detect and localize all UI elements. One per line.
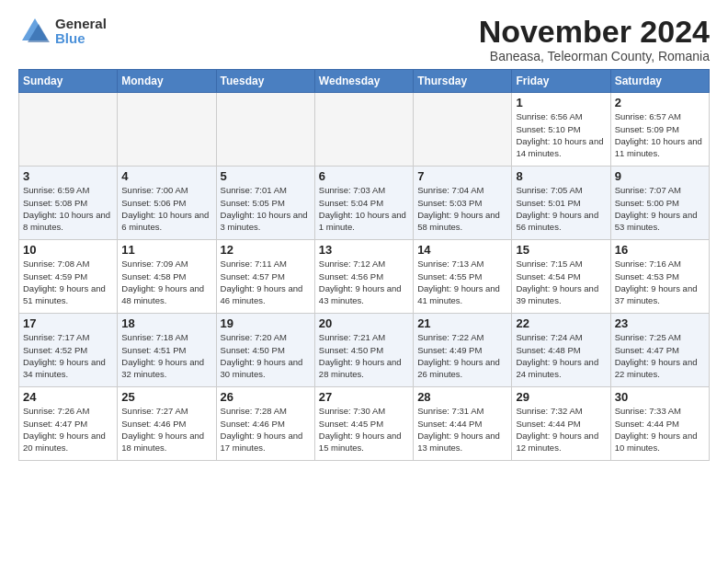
calendar-week-row: 10Sunrise: 7:08 AM Sunset: 4:59 PM Dayli… [19,240,710,314]
day-info: Sunrise: 7:27 AM Sunset: 4:46 PM Dayligh… [121,405,211,454]
day-number: 27 [319,390,409,404]
table-row: 24Sunrise: 7:26 AM Sunset: 4:47 PM Dayli… [19,387,118,461]
logo-general-text: General [55,17,107,32]
col-saturday: Saturday [610,70,709,93]
day-number: 21 [417,316,507,330]
table-row: 6Sunrise: 7:03 AM Sunset: 5:04 PM Daylig… [314,167,413,240]
day-number: 3 [23,169,113,183]
day-number: 13 [319,243,409,257]
day-number: 10 [23,243,113,257]
table-row: 28Sunrise: 7:31 AM Sunset: 4:44 PM Dayli… [414,387,512,461]
day-info: Sunrise: 6:59 AM Sunset: 5:08 PM Dayligh… [23,184,113,233]
day-info: Sunrise: 7:30 AM Sunset: 4:45 PM Dayligh… [319,405,409,454]
month-title: November 2024 [479,15,710,49]
day-number: 15 [516,243,606,257]
table-row: 18Sunrise: 7:18 AM Sunset: 4:51 PM Dayli… [118,314,216,387]
table-row: 17Sunrise: 7:17 AM Sunset: 4:52 PM Dayli… [19,314,118,387]
day-info: Sunrise: 7:20 AM Sunset: 4:50 PM Dayligh… [221,331,311,380]
table-row: 19Sunrise: 7:20 AM Sunset: 4:50 PM Dayli… [216,314,314,387]
day-info: Sunrise: 7:04 AM Sunset: 5:03 PM Dayligh… [417,184,507,233]
table-row: 12Sunrise: 7:11 AM Sunset: 4:57 PM Dayli… [216,240,314,314]
calendar-page: General Blue November 2024 Baneasa, Tele… [0,0,728,470]
logo-text: General Blue [55,17,107,47]
day-info: Sunrise: 7:16 AM Sunset: 4:53 PM Dayligh… [615,258,705,306]
col-sunday: Sunday [19,70,118,93]
day-number: 5 [221,169,311,183]
day-info: Sunrise: 7:31 AM Sunset: 4:44 PM Dayligh… [417,405,507,454]
day-info: Sunrise: 7:08 AM Sunset: 4:59 PM Dayligh… [23,258,113,306]
table-row: 11Sunrise: 7:09 AM Sunset: 4:58 PM Dayli… [118,240,216,314]
table-row: 5Sunrise: 7:01 AM Sunset: 5:05 PM Daylig… [216,167,314,240]
day-info: Sunrise: 7:18 AM Sunset: 4:51 PM Dayligh… [121,331,211,380]
col-wednesday: Wednesday [314,70,413,93]
calendar-week-row: 24Sunrise: 7:26 AM Sunset: 4:47 PM Dayli… [19,387,710,461]
page-header: General Blue November 2024 Baneasa, Tele… [18,15,710,63]
day-number: 6 [319,169,409,183]
day-number: 7 [417,169,507,183]
day-number: 28 [417,390,507,404]
day-info: Sunrise: 7:05 AM Sunset: 5:01 PM Dayligh… [516,184,606,233]
day-number: 17 [23,316,113,330]
calendar-week-row: 3Sunrise: 6:59 AM Sunset: 5:08 PM Daylig… [19,167,710,240]
day-info: Sunrise: 6:56 AM Sunset: 5:10 PM Dayligh… [516,110,606,159]
table-row: 25Sunrise: 7:27 AM Sunset: 4:46 PM Dayli… [118,387,216,461]
day-number: 8 [516,169,606,183]
calendar-week-row: 1Sunrise: 6:56 AM Sunset: 5:10 PM Daylig… [19,93,710,167]
day-number: 19 [221,316,311,330]
table-row: 30Sunrise: 7:33 AM Sunset: 4:44 PM Dayli… [610,387,709,461]
day-info: Sunrise: 7:21 AM Sunset: 4:50 PM Dayligh… [319,331,409,380]
title-block: November 2024 Baneasa, Teleorman County,… [479,15,710,63]
table-row: 21Sunrise: 7:22 AM Sunset: 4:49 PM Dayli… [414,314,512,387]
col-thursday: Thursday [414,70,512,93]
logo-blue-text: Blue [55,31,107,47]
day-number: 23 [615,316,705,330]
day-number: 18 [121,316,211,330]
day-info: Sunrise: 7:33 AM Sunset: 4:44 PM Dayligh… [615,405,705,454]
table-row: 27Sunrise: 7:30 AM Sunset: 4:45 PM Dayli… [314,387,413,461]
table-row [314,93,413,167]
location-subtitle: Baneasa, Teleorman County, Romania [479,49,710,63]
day-number: 24 [23,390,113,404]
day-number: 11 [121,243,211,257]
table-row: 2Sunrise: 6:57 AM Sunset: 5:09 PM Daylig… [610,93,709,167]
day-info: Sunrise: 7:03 AM Sunset: 5:04 PM Dayligh… [319,184,409,233]
table-row: 9Sunrise: 7:07 AM Sunset: 5:00 PM Daylig… [610,167,709,240]
table-row [216,93,314,167]
day-info: Sunrise: 7:15 AM Sunset: 4:54 PM Dayligh… [516,258,606,306]
col-friday: Friday [512,70,610,93]
day-number: 2 [615,96,705,109]
table-row: 22Sunrise: 7:24 AM Sunset: 4:48 PM Dayli… [512,314,610,387]
day-number: 26 [221,390,311,404]
table-row: 8Sunrise: 7:05 AM Sunset: 5:01 PM Daylig… [512,167,610,240]
table-row: 1Sunrise: 6:56 AM Sunset: 5:10 PM Daylig… [512,93,610,167]
table-row: 15Sunrise: 7:15 AM Sunset: 4:54 PM Dayli… [512,240,610,314]
day-info: Sunrise: 6:57 AM Sunset: 5:09 PM Dayligh… [615,110,705,159]
day-number: 12 [221,243,311,257]
day-info: Sunrise: 7:11 AM Sunset: 4:57 PM Dayligh… [221,258,311,306]
day-info: Sunrise: 7:09 AM Sunset: 4:58 PM Dayligh… [121,258,211,306]
col-tuesday: Tuesday [216,70,314,93]
table-row: 29Sunrise: 7:32 AM Sunset: 4:44 PM Dayli… [512,387,610,461]
day-number: 29 [516,390,606,404]
header-row: Sunday Monday Tuesday Wednesday Thursday… [19,70,710,93]
table-row: 20Sunrise: 7:21 AM Sunset: 4:50 PM Dayli… [314,314,413,387]
table-row: 10Sunrise: 7:08 AM Sunset: 4:59 PM Dayli… [19,240,118,314]
table-row: 3Sunrise: 6:59 AM Sunset: 5:08 PM Daylig… [19,167,118,240]
day-info: Sunrise: 7:12 AM Sunset: 4:56 PM Dayligh… [319,258,409,306]
day-number: 14 [417,243,507,257]
table-row: 26Sunrise: 7:28 AM Sunset: 4:46 PM Dayli… [216,387,314,461]
day-number: 4 [121,169,211,183]
day-number: 1 [516,96,606,109]
table-row [414,93,512,167]
logo: General Blue [18,15,107,48]
calendar-week-row: 17Sunrise: 7:17 AM Sunset: 4:52 PM Dayli… [19,314,710,387]
table-row: 13Sunrise: 7:12 AM Sunset: 4:56 PM Dayli… [314,240,413,314]
day-info: Sunrise: 7:01 AM Sunset: 5:05 PM Dayligh… [221,184,311,233]
day-number: 9 [615,169,705,183]
col-monday: Monday [118,70,216,93]
day-number: 25 [121,390,211,404]
day-number: 22 [516,316,606,330]
day-info: Sunrise: 7:24 AM Sunset: 4:48 PM Dayligh… [516,331,606,380]
logo-icon [18,15,51,48]
day-number: 16 [615,243,705,257]
